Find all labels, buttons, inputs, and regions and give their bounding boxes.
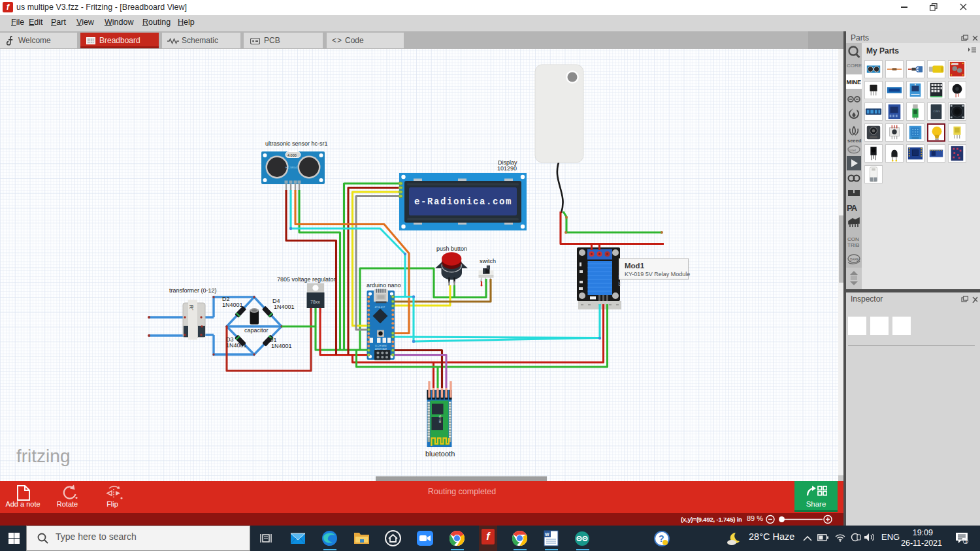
svg-text:HC-05: HC-05 bbox=[438, 415, 442, 423]
svg-text:ANSTOAM: ANSTOAM bbox=[375, 348, 387, 351]
svg-text:intel: intel bbox=[849, 148, 856, 152]
svg-text:1N4001: 1N4001 bbox=[274, 304, 295, 310]
svg-text:CON: CON bbox=[847, 236, 859, 242]
svg-text:W: W bbox=[545, 532, 549, 537]
svg-text:seeed: seeed bbox=[847, 138, 862, 144]
svg-text:1N4001: 1N4001 bbox=[222, 302, 243, 308]
svg-text:Rˉ: Rˉ bbox=[188, 305, 194, 311]
svg-text:CLMS: CLMS bbox=[933, 110, 940, 113]
svg-text:BARE: BARE bbox=[850, 257, 859, 261]
svg-text:4.000: 4.000 bbox=[287, 153, 297, 157]
svg-text:arduino nano: arduino nano bbox=[367, 282, 401, 289]
svg-text:ATSA AST: ATSA AST bbox=[375, 306, 385, 309]
svg-text:TRIB: TRIB bbox=[847, 242, 859, 248]
svg-text:HC-SR04: HC-SR04 bbox=[286, 166, 297, 169]
svg-text:transformer (0-12): transformer (0-12) bbox=[169, 287, 217, 294]
svg-text:CORE: CORE bbox=[847, 63, 862, 69]
svg-text:bluetooth: bluetooth bbox=[425, 450, 455, 458]
svg-text:capacitor: capacitor bbox=[244, 327, 269, 334]
svg-text:ultrasonic sensor hc-sr1: ultrasonic sensor hc-sr1 bbox=[265, 140, 328, 147]
svg-text:7805 voltage regulator: 7805 voltage regulator bbox=[277, 276, 336, 283]
svg-text:78xx: 78xx bbox=[310, 300, 320, 304]
svg-text:e-Radionica.com: e-Radionica.com bbox=[414, 197, 512, 207]
svg-text:1N4001: 1N4001 bbox=[271, 343, 292, 349]
svg-text:push button: push button bbox=[436, 245, 467, 252]
svg-text:1: 1 bbox=[965, 539, 968, 544]
svg-text:1N4001: 1N4001 bbox=[226, 342, 247, 349]
svg-text:PA: PA bbox=[847, 203, 858, 213]
svg-text:MINE: MINE bbox=[847, 79, 862, 86]
svg-text:101290: 101290 bbox=[497, 165, 517, 172]
svg-text:switch: switch bbox=[480, 258, 496, 264]
svg-text:Mod1: Mod1 bbox=[625, 262, 645, 270]
svg-text:KY-019 5V Relay Module: KY-019 5V Relay Module bbox=[625, 271, 690, 277]
svg-text:U-CH MINI: U-CH MINI bbox=[375, 345, 387, 347]
svg-text:fritzing: fritzing bbox=[16, 446, 70, 466]
